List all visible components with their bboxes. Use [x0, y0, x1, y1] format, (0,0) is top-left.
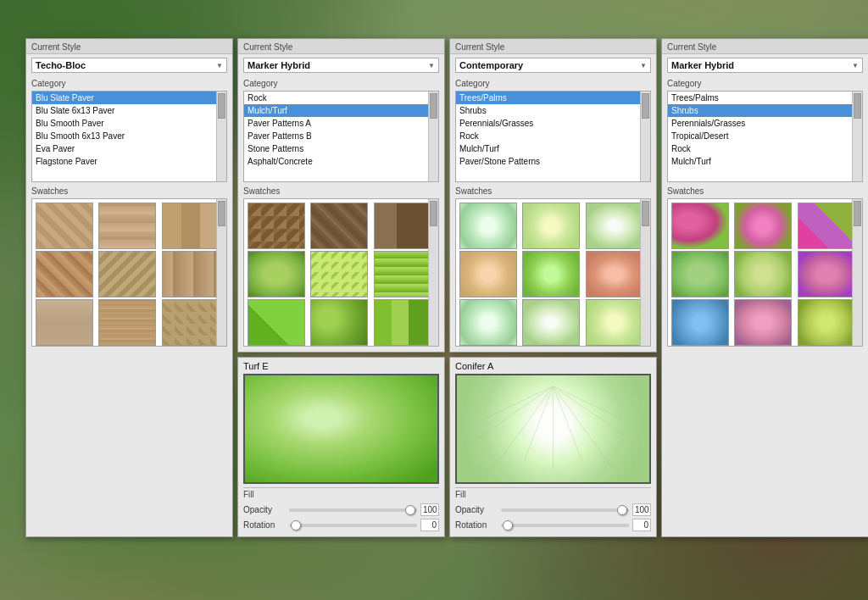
category-label-2: Category — [238, 76, 444, 89]
style-value-1: Techo-Bloc — [36, 60, 86, 70]
swatch[interactable] — [248, 299, 305, 346]
swatch[interactable] — [522, 251, 580, 297]
rotation-slider-2[interactable] — [289, 524, 417, 527]
style-value-4: Marker Hybrid — [671, 60, 734, 70]
scrollbar-thumb — [430, 201, 437, 226]
swatch[interactable] — [671, 299, 729, 346]
rotation-thumb-2 — [291, 520, 301, 531]
category-item[interactable]: Trees/Palms — [668, 92, 862, 104]
swatch[interactable] — [162, 251, 220, 297]
category-item[interactable]: Rock — [456, 130, 650, 142]
swatch[interactable] — [586, 251, 643, 297]
swatch[interactable] — [98, 203, 156, 249]
category-item[interactable]: Tropical/Desert — [668, 130, 862, 142]
category-item[interactable]: Stone Patterns — [244, 142, 438, 155]
swatches-grid-4 — [668, 199, 862, 347]
swatch[interactable] — [310, 203, 368, 249]
category-item[interactable]: Eva Paver — [32, 142, 226, 155]
category-item[interactable]: Paver/Stone Patterns — [456, 155, 650, 168]
swatch[interactable] — [98, 299, 156, 346]
category-item[interactable]: Mulch/Turf — [244, 104, 438, 117]
category-scrollbar-3[interactable] — [640, 92, 650, 181]
category-item[interactable]: Blu Smooth 6x13 Paver — [32, 130, 226, 142]
swatch[interactable] — [248, 251, 305, 297]
opacity-thumb-3 — [617, 505, 627, 515]
category-item[interactable]: Blu Slate 6x13 Paver — [32, 104, 226, 117]
category-item[interactable]: Shrubs — [668, 104, 862, 117]
opacity-thumb-2 — [405, 505, 415, 515]
swatch[interactable] — [522, 203, 580, 249]
rotation-thumb-3 — [503, 520, 513, 531]
swatch[interactable] — [459, 251, 517, 297]
category-item[interactable]: Blu Slate Paver — [32, 92, 226, 104]
swatch[interactable] — [734, 299, 792, 346]
swatches-scrollbar-2[interactable] — [428, 199, 438, 346]
category-item[interactable]: Mulch/Turf — [668, 155, 862, 168]
current-style-label-4: Current Style — [662, 39, 868, 54]
swatch[interactable] — [374, 299, 431, 346]
category-scrollbar-1[interactable] — [216, 92, 226, 181]
opacity-slider-2[interactable] — [289, 508, 417, 512]
rotation-value-3: 0 — [632, 519, 651, 531]
category-item[interactable]: Shrubs — [456, 104, 650, 117]
swatch[interactable] — [586, 299, 643, 346]
swatch[interactable] — [36, 251, 93, 297]
swatch[interactable] — [374, 203, 431, 249]
rotation-slider-3[interactable] — [501, 524, 629, 527]
swatch[interactable] — [310, 299, 368, 346]
swatch[interactable] — [734, 251, 792, 297]
swatch[interactable] — [98, 251, 156, 297]
swatches-scrollbar-3[interactable] — [640, 199, 650, 346]
category-item[interactable]: Trees/Palms — [456, 92, 650, 104]
scrollbar-thumb-1 — [218, 93, 225, 119]
panel-group-2: Current Style Marker Hybrid ▼ Category R… — [237, 38, 445, 537]
style-dropdown-4[interactable]: Marker Hybrid ▼ — [667, 58, 863, 73]
category-list-3: Trees/Palms Shrubs Perennials/Grasses Ro… — [455, 91, 651, 182]
category-item[interactable]: Rock — [244, 92, 438, 104]
style-dropdown-3[interactable]: Contemporary ▼ — [455, 58, 651, 73]
swatch[interactable] — [374, 251, 431, 297]
panel-conifer-preview: Conifer A — [449, 357, 657, 537]
category-item[interactable]: Rock — [668, 142, 862, 155]
swatch[interactable] — [798, 251, 855, 297]
swatch[interactable] — [798, 299, 855, 346]
swatch[interactable] — [586, 203, 643, 249]
rotation-label-2: Rotation — [243, 520, 286, 530]
swatches-grid-3 — [456, 199, 650, 347]
swatches-label-4: Swatches — [662, 184, 868, 197]
swatch[interactable] — [734, 203, 792, 249]
category-item[interactable]: Mulch/Turf — [456, 142, 650, 155]
swatch[interactable] — [671, 251, 729, 297]
swatches-scrollbar-1[interactable] — [216, 199, 226, 346]
opacity-row-2: Opacity 100 — [243, 503, 439, 516]
category-scrollbar-2[interactable] — [428, 92, 438, 181]
category-item[interactable]: Perennials/Grasses — [456, 117, 650, 130]
style-dropdown-2[interactable]: Marker Hybrid ▼ — [243, 58, 439, 73]
swatch[interactable] — [36, 203, 93, 249]
category-scrollbar-4[interactable] — [852, 92, 862, 181]
swatch[interactable] — [671, 203, 729, 249]
category-item[interactable]: Paver Patterns A — [244, 117, 438, 130]
swatch[interactable] — [162, 299, 220, 346]
category-item[interactable]: Perennials/Grasses — [668, 117, 862, 130]
swatch[interactable] — [310, 251, 368, 297]
category-list-1: Blu Slate Paver Blu Slate 6x13 Paver Blu… — [31, 91, 227, 182]
swatch[interactable] — [522, 299, 580, 346]
preview-title-turf: Turf E — [243, 361, 439, 371]
category-item[interactable]: Flagstone Paver — [32, 155, 226, 168]
category-item[interactable]: Paver Patterns B — [244, 130, 438, 142]
swatch[interactable] — [459, 203, 517, 249]
style-dropdown-1[interactable]: Techo-Bloc ▼ — [31, 58, 227, 73]
category-item[interactable]: Asphalt/Concrete — [244, 155, 438, 168]
panel-marker-hybrid: Current Style Marker Hybrid ▼ Category R… — [237, 38, 445, 353]
opacity-slider-3[interactable] — [501, 508, 629, 512]
swatch[interactable] — [248, 203, 305, 249]
swatch[interactable] — [798, 203, 855, 249]
dropdown-arrow-3: ▼ — [640, 62, 647, 69]
swatch[interactable] — [162, 203, 220, 249]
swatch[interactable] — [459, 299, 517, 346]
category-item[interactable]: Blu Smooth Paver — [32, 117, 226, 130]
swatches-scrollbar-4[interactable] — [852, 199, 862, 346]
swatch[interactable] — [36, 299, 93, 346]
opacity-label-3: Opacity — [455, 505, 498, 514]
